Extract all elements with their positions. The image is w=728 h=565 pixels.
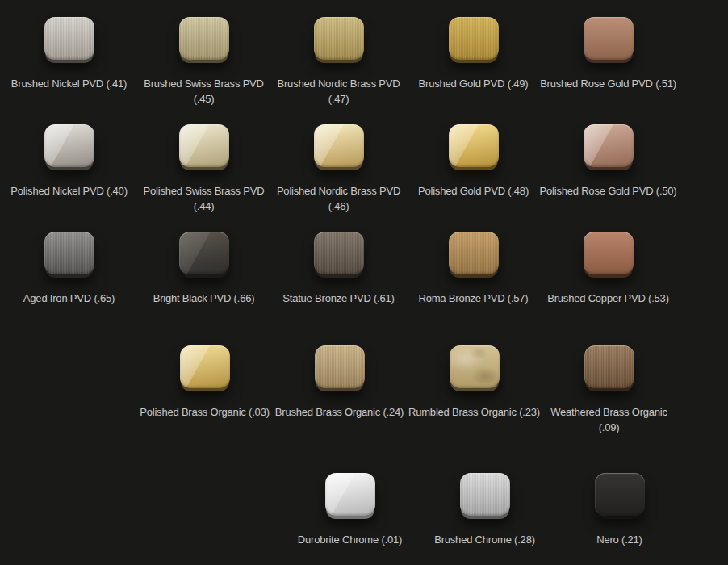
swatch-polished-rose-gold-pvd[interactable] (584, 124, 634, 167)
tile-brushed-copper-pvd[interactable]: Brushed Copper PVD (.53) (541, 232, 676, 306)
finish-label: Polished Swiss Brass PVD (.44) (128, 183, 281, 214)
swatch-nero[interactable] (595, 473, 645, 516)
finish-row-organic: Polished Brass Organic (.03) Brushed Bra… (137, 345, 676, 435)
finish-row-polished-pvd: Polished Nickel PVD (.40) Polished Swiss… (2, 124, 676, 214)
swatch-polished-swiss-brass-pvd[interactable] (179, 124, 229, 167)
swatch-statue-bronze-pvd[interactable] (314, 232, 364, 274)
finish-label: Bright Black PVD (.66) (128, 291, 281, 306)
swatch-brushed-rose-gold-pvd[interactable] (584, 17, 634, 60)
swatch-rumbled-brass-organic[interactable] (450, 345, 500, 388)
finish-label: Weathered Brass Organic (.09) (533, 404, 686, 435)
tile-roma-bronze-pvd[interactable]: Roma Bronze PVD (.57) (406, 232, 541, 306)
finish-label: Brushed Brass Organic (.24) (263, 404, 416, 420)
tile-weathered-brass-organic[interactable]: Weathered Brass Organic (.09) (542, 345, 676, 435)
finish-row-chrome: Durobrite Chrome (.01) Brushed Chrome (.… (282, 473, 687, 547)
finish-label: Brushed Nordic Brass PVD (.47) (262, 76, 416, 107)
finish-label: Aged Iron PVD (.65) (0, 291, 146, 306)
swatch-brushed-gold-pvd[interactable] (449, 17, 499, 60)
swatch-brushed-chrome[interactable] (460, 473, 510, 516)
finish-row-brushed-pvd: Brushed Nickel PVD (.41) Brushed Swiss B… (2, 17, 676, 107)
finish-label: Brushed Rose Gold PVD (.51) (532, 76, 685, 91)
finish-label: Polished Rose Gold PVD (.50) (532, 183, 685, 199)
tile-brushed-nordic-brass-pvd[interactable]: Brushed Nordic Brass PVD (.47) (271, 17, 406, 107)
finish-label: Polished Brass Organic (.03) (128, 404, 282, 420)
tile-bright-black-pvd[interactable]: Bright Black PVD (.66) (136, 232, 271, 306)
swatch-brushed-brass-organic[interactable] (315, 345, 365, 388)
swatch-brushed-copper-pvd[interactable] (584, 232, 634, 274)
finish-label: Statue Bronze PVD (.61) (262, 291, 416, 306)
finish-label: Roma Bronze PVD (.57) (397, 291, 550, 306)
tile-polished-gold-pvd[interactable]: Polished Gold PVD (.48) (406, 124, 541, 214)
swatch-brushed-swiss-brass-pvd[interactable] (179, 17, 229, 60)
tile-brushed-gold-pvd[interactable]: Brushed Gold PVD (.49) (406, 17, 541, 107)
finish-label: Nero (.21) (543, 532, 697, 547)
swatch-durobrite-chrome[interactable] (325, 473, 375, 516)
finish-label: Polished Gold PVD (.48) (397, 183, 550, 199)
tile-aged-iron-pvd[interactable]: Aged Iron PVD (.65) (2, 232, 136, 306)
tile-brushed-nickel-pvd[interactable]: Brushed Nickel PVD (.41) (2, 17, 136, 107)
tile-durobrite-chrome[interactable]: Durobrite Chrome (.01) (282, 473, 417, 547)
swatch-roma-bronze-pvd[interactable] (449, 232, 499, 274)
tile-brushed-swiss-brass-pvd[interactable]: Brushed Swiss Brass PVD (.45) (136, 17, 271, 107)
finish-row-dark-pvd: Aged Iron PVD (.65) Bright Black PVD (.6… (2, 232, 676, 306)
finish-label: Durobrite Chrome (.01) (274, 532, 427, 547)
tile-statue-bronze-pvd[interactable]: Statue Bronze PVD (.61) (271, 232, 406, 306)
finish-label: Brushed Nickel PVD (.41) (0, 76, 146, 91)
tile-polished-swiss-brass-pvd[interactable]: Polished Swiss Brass PVD (.44) (136, 124, 271, 214)
finish-label: Polished Nickel PVD (.40) (0, 183, 146, 199)
swatch-polished-nordic-brass-pvd[interactable] (314, 124, 364, 167)
tile-polished-nickel-pvd[interactable]: Polished Nickel PVD (.40) (2, 124, 136, 214)
swatch-brushed-nordic-brass-pvd[interactable] (314, 17, 364, 60)
finish-label: Brushed Swiss Brass PVD (.45) (128, 76, 281, 107)
swatch-aged-iron-pvd[interactable] (44, 232, 94, 274)
tile-polished-brass-organic[interactable]: Polished Brass Organic (.03) (137, 345, 272, 435)
tile-polished-rose-gold-pvd[interactable]: Polished Rose Gold PVD (.50) (541, 124, 676, 214)
finish-label: Brushed Copper PVD (.53) (532, 291, 685, 306)
swatch-brushed-nickel-pvd[interactable] (44, 17, 94, 60)
finish-label: Rumbled Brass Organic (.23) (398, 404, 551, 420)
finish-swatch-grid: Brushed Nickel PVD (.41) Brushed Swiss B… (0, 0, 728, 565)
swatch-polished-gold-pvd[interactable] (449, 124, 499, 167)
tile-brushed-chrome[interactable]: Brushed Chrome (.28) (417, 473, 552, 547)
finish-label: Brushed Chrome (.28) (408, 532, 562, 547)
swatch-bright-black-pvd[interactable] (179, 232, 229, 274)
tile-rumbled-brass-organic[interactable]: Rumbled Brass Organic (.23) (407, 345, 542, 435)
tile-brushed-brass-organic[interactable]: Brushed Brass Organic (.24) (272, 345, 407, 435)
finish-label: Polished Nordic Brass PVD (.46) (262, 183, 416, 214)
tile-polished-nordic-brass-pvd[interactable]: Polished Nordic Brass PVD (.46) (271, 124, 406, 214)
tile-nero[interactable]: Nero (.21) (552, 473, 687, 547)
swatch-polished-nickel-pvd[interactable] (44, 124, 94, 167)
finish-label: Brushed Gold PVD (.49) (397, 76, 550, 91)
swatch-weathered-brass-organic[interactable] (584, 345, 634, 388)
swatch-polished-brass-organic[interactable] (180, 345, 230, 388)
tile-brushed-rose-gold-pvd[interactable]: Brushed Rose Gold PVD (.51) (541, 17, 676, 107)
